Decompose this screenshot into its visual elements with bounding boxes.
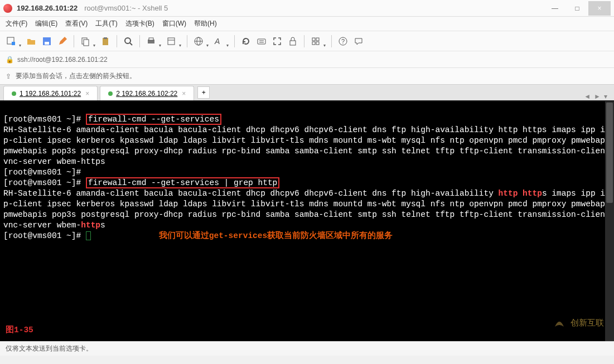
- svg-rect-3: [45, 42, 49, 45]
- svg-rect-21: [290, 41, 296, 45]
- svg-line-9: [130, 43, 132, 45]
- add-tab-button[interactable]: +: [197, 86, 210, 99]
- edit-icon[interactable]: [56, 35, 69, 48]
- tab-close-icon[interactable]: ×: [182, 90, 186, 98]
- tab-number: 1: [20, 90, 23, 98]
- window-title-ip: 192.168.26.101:22: [17, 4, 78, 12]
- prompt: [root@vms001 ~]#: [3, 115, 86, 124]
- toolbar-separator: [117, 35, 117, 47]
- svg-rect-24: [312, 42, 315, 45]
- status-dot-icon: [108, 91, 113, 96]
- svg-rect-23: [316, 38, 319, 41]
- tab-session-1[interactable]: 1 192.168.26.101:22 ×: [3, 86, 98, 100]
- status-dot-icon: [12, 91, 16, 96]
- tab-bar: 1 192.168.26.101:22 × 2 192.168.26.102:2…: [0, 85, 614, 101]
- paste-button[interactable]: [99, 35, 112, 48]
- terminal-output: s: [100, 221, 105, 230]
- svg-rect-7: [104, 37, 107, 39]
- app-logo-icon: [3, 4, 12, 13]
- tab-next-icon[interactable]: ►: [594, 93, 601, 100]
- chat-icon[interactable]: [352, 35, 365, 48]
- title-bar: 192.168.26.101:22 root@vms001:~ - Xshell…: [0, 0, 614, 17]
- grid-icon[interactable]: [309, 35, 322, 48]
- hint-bar: ⇪ 要添加当前会话，点击左侧的箭头按钮。: [0, 68, 614, 85]
- close-button[interactable]: ×: [588, 1, 611, 16]
- menu-window[interactable]: 窗口(W): [162, 19, 186, 28]
- watermark: 创新互联: [552, 316, 604, 331]
- scrollbar-thumb[interactable]: [606, 103, 613, 203]
- lock-icon[interactable]: [286, 35, 299, 48]
- status-text: 仅将文本发送到当前选项卡。: [6, 344, 93, 353]
- grep-match: http: [499, 189, 518, 198]
- figure-label: 图1-35: [6, 325, 33, 336]
- tab-prev-icon[interactable]: ◄: [584, 93, 591, 100]
- terminal-output: [518, 189, 523, 198]
- cursor-icon: [86, 231, 91, 240]
- svg-rect-5: [84, 40, 89, 46]
- svg-text:A: A: [214, 37, 220, 46]
- svg-rect-11: [149, 38, 153, 40]
- toolbar-separator: [74, 35, 74, 47]
- help-icon[interactable]: ?: [336, 35, 350, 48]
- search-icon[interactable]: [122, 35, 135, 48]
- svg-rect-12: [168, 38, 175, 45]
- window-title-sub: root@vms001:~ - Xshell 5: [84, 4, 168, 12]
- address-bar[interactable]: 🔒 ssh://root@192.168.26.101:22: [0, 51, 614, 68]
- menu-tabs[interactable]: 选项卡(B): [125, 19, 154, 28]
- svg-rect-18: [258, 39, 265, 44]
- svg-point-8: [125, 38, 130, 43]
- menu-file[interactable]: 文件(F): [6, 19, 27, 28]
- window-controls: — □ ×: [544, 1, 611, 16]
- menu-edit[interactable]: 编辑(E): [35, 19, 57, 28]
- tab-label: 192.168.26.101:22: [25, 90, 81, 98]
- maximize-button[interactable]: □: [566, 1, 588, 16]
- terminal[interactable]: [root@vms001 ~]# firewall-cmd --get-serv…: [0, 101, 614, 341]
- watermark-text: 创新互联: [571, 318, 604, 329]
- open-button[interactable]: [25, 35, 38, 48]
- command-highlight: firewall-cmd --get-services | grep http: [86, 177, 279, 188]
- tab-menu-icon[interactable]: ▾: [604, 93, 607, 100]
- new-session-button[interactable]: [4, 35, 18, 48]
- menu-view[interactable]: 查看(V): [65, 19, 88, 28]
- tab-session-2[interactable]: 2 192.168.26.102:22 ×: [100, 86, 194, 100]
- save-button[interactable]: [40, 35, 54, 48]
- lock-icon: 🔒: [6, 56, 14, 64]
- arrow-icon[interactable]: ⇪: [6, 72, 11, 80]
- tab-close-icon[interactable]: ×: [85, 90, 89, 98]
- toolbar: A ?: [0, 31, 614, 51]
- menu-bar: 文件(F) 编辑(E) 查看(V) 工具(T) 选项卡(B) 窗口(W) 帮助(…: [0, 17, 614, 31]
- status-bar: 仅将文本发送到当前选项卡。: [0, 341, 614, 356]
- annotation-text: 我们可以通过get-services获取当前防火墙区域中所有的服务: [159, 231, 393, 240]
- hint-text: 要添加当前会话，点击左侧的箭头按钮。: [16, 71, 136, 81]
- menu-help[interactable]: 帮助(H): [194, 19, 217, 28]
- print-button[interactable]: [144, 35, 158, 48]
- svg-rect-1: [12, 42, 15, 45]
- terminal-output: RH-Satellite-6 amanda-client bacula bacu…: [3, 189, 499, 198]
- minimize-button[interactable]: —: [544, 1, 566, 16]
- address-text: ssh://root@192.168.26.101:22: [17, 56, 108, 64]
- svg-text:?: ?: [341, 38, 345, 45]
- toolbar-separator: [139, 35, 140, 47]
- terminal-output: RH-Satellite-6 amanda-client bacula bacu…: [3, 125, 614, 166]
- grep-match: http: [523, 189, 542, 198]
- font-button[interactable]: A: [212, 35, 225, 48]
- keyboard-icon[interactable]: [255, 35, 268, 48]
- prompt: [root@vms001 ~]#: [3, 168, 81, 177]
- svg-rect-22: [312, 38, 315, 41]
- prompt: [root@vms001 ~]#: [3, 231, 86, 240]
- tab-label: 192.168.26.102:22: [122, 90, 177, 98]
- refresh-icon[interactable]: [239, 35, 253, 48]
- tab-nav: ◄ ► ▾: [584, 93, 611, 100]
- menu-tools[interactable]: 工具(T): [95, 19, 117, 28]
- fullscreen-icon[interactable]: [270, 35, 284, 48]
- toolbar-separator: [234, 35, 235, 47]
- tab-number: 2: [116, 90, 120, 98]
- globe-icon[interactable]: [192, 35, 205, 48]
- scrollbar[interactable]: [605, 101, 614, 341]
- toolbar-separator: [187, 35, 187, 47]
- toolbar-separator: [304, 35, 304, 47]
- toolbar-separator: [331, 35, 332, 47]
- copy-button[interactable]: [79, 35, 92, 48]
- properties-button[interactable]: [165, 35, 178, 48]
- prompt: [root@vms001 ~]#: [3, 178, 86, 187]
